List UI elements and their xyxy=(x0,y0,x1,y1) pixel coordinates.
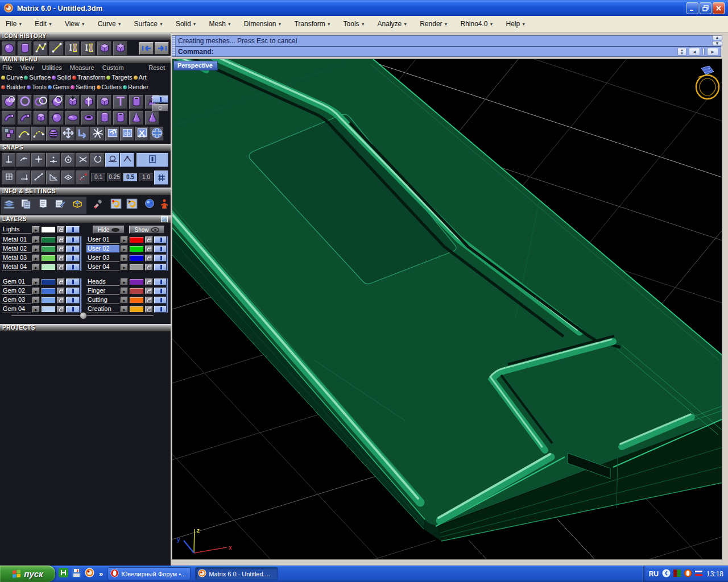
layer-color-swatch[interactable] xyxy=(129,297,144,304)
layer-expand-button[interactable]: ▶ xyxy=(121,278,128,285)
layer-label-metal-02[interactable]: Metal 02 xyxy=(2,245,31,253)
command-spinner[interactable]: ▲▼ xyxy=(677,48,686,56)
tool-rotate-corner[interactable] xyxy=(76,127,90,141)
layer-color-swatch[interactable] xyxy=(41,264,56,271)
layer-lock-button[interactable] xyxy=(57,236,65,243)
main-menu-item-setting[interactable]: Setting xyxy=(71,84,95,90)
layer-color-swatch[interactable] xyxy=(41,297,56,304)
history-back-button[interactable] xyxy=(139,42,154,55)
menu-render[interactable]: Render▼ xyxy=(420,20,448,28)
layer-lock-button[interactable] xyxy=(145,246,153,252)
main-menu-item-builder[interactable]: Builder xyxy=(1,84,26,90)
info-render-tools[interactable] xyxy=(90,197,106,213)
tool-pipe-elbow-2[interactable] xyxy=(18,111,32,125)
lay er-visibility-button[interactable] xyxy=(66,297,80,304)
quick-launch-torrent[interactable] xyxy=(55,568,68,580)
main-menu-item-targets[interactable]: Targets xyxy=(106,74,132,81)
tool-move-arrows[interactable] xyxy=(61,127,75,141)
tool-link-on[interactable] xyxy=(105,127,119,141)
layer-expand-button[interactable]: ▶ xyxy=(32,297,40,304)
restore-button[interactable] xyxy=(700,2,712,14)
snap-snap-end[interactable] xyxy=(2,153,16,167)
info-record-history[interactable] xyxy=(108,197,124,213)
tray-ru-flag-icon[interactable] xyxy=(694,569,703,579)
tool-cube-solid[interactable] xyxy=(34,111,48,125)
layer-lock-button[interactable] xyxy=(145,255,153,261)
main-menu-tab-utilities[interactable]: Utilities xyxy=(42,64,61,71)
layer-lock-button[interactable] xyxy=(145,288,153,294)
minimize-button[interactable] xyxy=(686,2,698,14)
layer-label-gem-03[interactable]: Gem 03 xyxy=(2,296,31,304)
tool-cube[interactable] xyxy=(97,95,111,109)
tool-wire-cylinder[interactable] xyxy=(129,95,143,109)
layer-label-metal-03[interactable]: Metal 03 xyxy=(2,254,31,262)
snap-snap-vertex[interactable] xyxy=(120,153,134,167)
layer-expand-button[interactable]: ▶ xyxy=(121,255,128,261)
tool-arc-point[interactable] xyxy=(16,127,31,141)
icon-history-line[interactable] xyxy=(49,41,64,56)
tool-arc-dashed[interactable] xyxy=(31,127,46,141)
snap-snap-center[interactable] xyxy=(61,153,75,167)
layer-label-gem-01[interactable]: Gem 01 xyxy=(2,278,31,286)
quick-launch-overflow[interactable]: » xyxy=(99,569,103,578)
tray-opera-icon[interactable] xyxy=(684,569,692,579)
snap-osnap-line[interactable] xyxy=(31,171,46,185)
tray-collapse-icon[interactable] xyxy=(662,569,671,579)
tool-torus[interactable] xyxy=(81,111,96,125)
menu-mesh[interactable]: Mesh▼ xyxy=(209,20,231,28)
layer-label-metal-01[interactable]: Metal 01 xyxy=(2,236,31,244)
viewport-tab-perspective[interactable]: Perspective xyxy=(173,61,218,70)
lay er-visibility-button[interactable] xyxy=(66,288,80,294)
tool-text[interactable] xyxy=(113,95,127,109)
tool-link-off[interactable]: cэ xyxy=(120,127,134,141)
main-menu-item-curve[interactable]: Curve xyxy=(1,74,23,81)
layer-expand-button[interactable]: ▶ xyxy=(121,264,128,271)
layer-expand-button[interactable]: ▶ xyxy=(32,246,40,252)
menu-dimension[interactable]: Dimension▼ xyxy=(244,20,282,28)
main-menu-tab-measure[interactable]: Measure xyxy=(70,64,94,71)
info-options-box[interactable] xyxy=(69,197,85,213)
snap-value-1.0[interactable]: 1.0 xyxy=(139,173,154,182)
layer-color-swatch[interactable] xyxy=(41,288,56,294)
main-menu-item-art[interactable]: Art xyxy=(134,74,147,81)
lay er-visibility-button[interactable] xyxy=(66,246,80,252)
main-menu-item-render[interactable]: Render xyxy=(123,84,148,90)
tool-io-on-button[interactable] xyxy=(152,95,168,103)
layer-lock-button[interactable] xyxy=(145,264,153,271)
menu-rhino40[interactable]: Rhino4.0▼ xyxy=(461,20,494,28)
layer-lock-button[interactable] xyxy=(145,278,153,285)
quick-launch-save[interactable] xyxy=(68,568,81,580)
menu-edit[interactable]: Edit▼ xyxy=(35,20,52,28)
lay er-visibility-button[interactable] xyxy=(66,306,80,313)
info-history-log[interactable] xyxy=(35,197,51,213)
layer-lock-button[interactable] xyxy=(57,278,65,285)
tool-blocks[interactable] xyxy=(2,127,16,141)
start-button[interactable]: пуск xyxy=(0,566,55,582)
menu-view[interactable]: View▼ xyxy=(65,20,85,28)
icon-history-sphere[interactable] xyxy=(2,41,16,56)
info-layer-manager[interactable] xyxy=(1,197,17,213)
layer-label-cutting[interactable]: Cutting xyxy=(86,296,119,304)
tool-box-down[interactable] xyxy=(65,95,80,109)
layers-show-button[interactable]: Show xyxy=(129,226,164,234)
layer-expand-button[interactable]: ▶ xyxy=(121,288,128,294)
layer-lock-button[interactable] xyxy=(57,264,65,271)
menu-file[interactable]: File▼ xyxy=(6,20,22,28)
tool-cube-slice[interactable] xyxy=(81,95,96,109)
tool-pipe-elbow[interactable] xyxy=(2,111,16,125)
task-button-opera[interactable]: Ювелирный Форум •... xyxy=(107,567,191,580)
layer-label-heads[interactable]: Heads xyxy=(86,278,119,286)
tool-trim-scissors[interactable] xyxy=(135,127,149,141)
tool-cylinder[interactable] xyxy=(97,111,111,125)
layer-expand-button[interactable]: ▶ xyxy=(121,246,128,252)
tool-globe[interactable] xyxy=(150,127,164,141)
snap-snap-point[interactable] xyxy=(31,153,46,167)
menu-surface[interactable]: Surface▼ xyxy=(134,20,163,28)
snap-planar[interactable] xyxy=(61,171,75,185)
layer-expand-button[interactable]: ▶ xyxy=(121,297,128,304)
layer-lock-button[interactable] xyxy=(145,236,153,243)
main-menu-reset[interactable]: Reset xyxy=(148,64,165,71)
info-edit-notes[interactable] xyxy=(52,197,68,213)
layer-label-user-01[interactable]: User 01 xyxy=(86,236,119,244)
layer-lock-button[interactable] xyxy=(57,255,65,261)
